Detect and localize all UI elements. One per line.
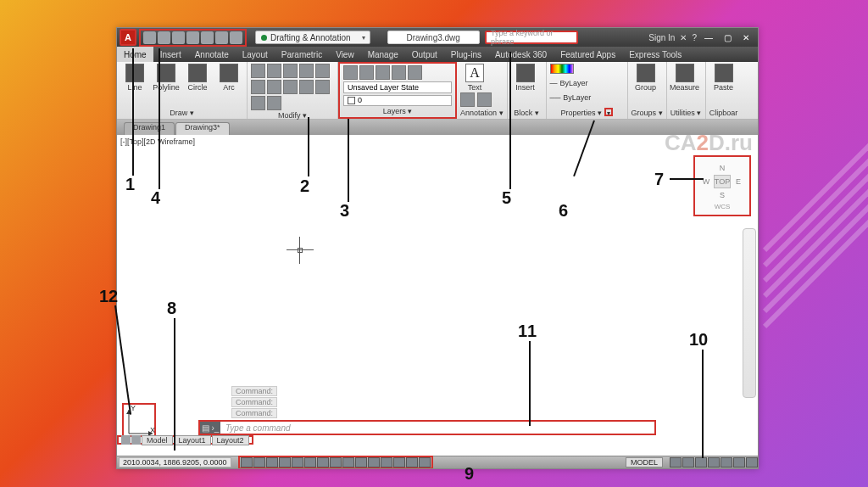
tool-copy[interactable]	[315, 64, 330, 78]
panel-draw-title[interactable]: Draw ▾	[120, 109, 243, 117]
tab-plugins[interactable]: Plug-ins	[444, 47, 488, 62]
tool-fillet[interactable]	[267, 80, 281, 94]
tool-circle[interactable]: Circle	[183, 64, 212, 92]
tab-express[interactable]: Express Tools	[622, 47, 688, 62]
toggle-snap[interactable]	[253, 457, 265, 467]
layer-state-dropdown[interactable]: Unsaved Layer State	[343, 81, 452, 93]
toggle-grid2[interactable]	[670, 457, 682, 467]
toggle-tpy[interactable]	[381, 457, 392, 467]
toggle-3dosnap[interactable]	[317, 457, 329, 467]
layer-freeze-icon[interactable]	[376, 65, 390, 80]
qat-saveas-icon[interactable]	[186, 31, 199, 44]
layer-current-dropdown[interactable]: 0	[343, 95, 452, 107]
tab-featured[interactable]: Featured Apps	[554, 47, 622, 62]
tool-arc[interactable]: Arc	[214, 64, 243, 92]
toggle-ws[interactable]	[708, 457, 720, 467]
toggle-dyn[interactable]	[355, 457, 367, 467]
qat-save-icon[interactable]	[172, 31, 185, 44]
toggle-otrack[interactable]	[330, 457, 342, 467]
tool-rotate[interactable]	[267, 64, 281, 78]
tool-move[interactable]	[251, 64, 265, 78]
toggle-ortho[interactable]	[279, 457, 291, 467]
tool-table[interactable]	[477, 92, 492, 107]
commandline-input[interactable]: Type a command	[220, 423, 291, 433]
qat-new-icon[interactable]	[143, 31, 156, 44]
tool-dim[interactable]	[460, 92, 475, 107]
viewcube-wcs[interactable]: WCS	[715, 203, 731, 210]
command-line[interactable]: ▤ ›_ Type a command	[198, 420, 656, 435]
toggle-clean[interactable]	[746, 457, 758, 467]
panel-utilities-title[interactable]: Utilities ▾	[670, 109, 702, 117]
panel-annotation-title[interactable]: Annotation ▾	[460, 109, 504, 117]
exchange-icon[interactable]: ✕	[680, 33, 687, 42]
toggle-annoscale[interactable]	[682, 457, 694, 467]
toggle-annovis[interactable]	[695, 457, 707, 467]
layouttab-2[interactable]: Layout2	[212, 435, 249, 445]
panel-clipboard-title[interactable]: Clipboar	[709, 109, 738, 117]
tool-erase[interactable]	[299, 64, 314, 78]
layer-lock-icon[interactable]	[392, 65, 406, 80]
toggle-hw[interactable]	[721, 457, 732, 467]
tool-offset[interactable]	[267, 96, 281, 110]
tool-array[interactable]	[251, 96, 265, 110]
quick-access-toolbar[interactable]	[139, 29, 247, 47]
layouttab-scroll-right[interactable]	[131, 435, 141, 445]
linetype-dd[interactable]: ByLayer	[563, 93, 591, 102]
toggle-qp[interactable]	[393, 457, 405, 467]
tab-parametric[interactable]: Parametric	[275, 47, 329, 62]
panel-groups-title[interactable]: Groups ▾	[632, 109, 663, 117]
modelspace-button[interactable]: MODEL	[626, 457, 663, 467]
info-search-input[interactable]: Type a keyword or phrase	[485, 31, 578, 44]
panel-properties-title[interactable]: Properties ▾ ▾	[550, 108, 624, 117]
file-tab-drawing3[interactable]: Drawing3*	[175, 122, 230, 135]
tool-polyline[interactable]: Polyline	[152, 64, 181, 92]
tool-scale[interactable]	[315, 80, 330, 94]
toggle-ducs[interactable]	[342, 457, 354, 467]
panel-layers-title[interactable]: Layers ▾	[343, 107, 452, 115]
tool-stretch[interactable]	[299, 80, 314, 94]
drawing-canvas[interactable]: [-][Top][2D Wireframe] CA2D.ru N WTOPE S…	[117, 135, 758, 456]
layouttab-model[interactable]: Model	[142, 435, 173, 445]
minimize-icon[interactable]: —	[702, 33, 715, 42]
layouttab-1[interactable]: Layout1	[174, 435, 211, 445]
help-icon[interactable]: ?	[692, 33, 697, 42]
tab-home[interactable]: Home	[117, 47, 153, 62]
tab-annotate[interactable]: Annotate	[188, 47, 236, 62]
app-menu-icon[interactable]: A	[120, 29, 136, 46]
toggle-osnap[interactable]	[304, 457, 316, 467]
tool-trim[interactable]	[283, 64, 298, 78]
lineweight-dd[interactable]: ByLayer	[560, 79, 588, 87]
toggle-grid[interactable]	[266, 457, 278, 467]
tool-explode[interactable]	[283, 80, 298, 94]
qat-open-icon[interactable]	[158, 31, 170, 44]
workspace-dropdown[interactable]: Drafting & Annotation	[255, 31, 370, 44]
tab-layout[interactable]: Layout	[236, 47, 275, 62]
tool-paste[interactable]: Paste	[709, 64, 738, 92]
panel-modify-title[interactable]: Modify ▾	[251, 111, 334, 120]
maximize-icon[interactable]: ▢	[721, 33, 734, 42]
tab-manage[interactable]: Manage	[361, 47, 405, 62]
qat-plot-icon[interactable]	[201, 31, 214, 44]
navigation-bar[interactable]	[743, 228, 756, 398]
properties-dialog-launcher[interactable]: ▾	[604, 108, 613, 116]
layer-off-icon[interactable]	[359, 65, 374, 80]
qat-undo-icon[interactable]	[215, 31, 228, 44]
layer-prop-icon[interactable]	[343, 65, 358, 80]
tab-insert[interactable]: Insert	[153, 47, 188, 62]
qat-redo-icon[interactable]	[230, 31, 242, 44]
coordinate-display[interactable]: 2010.0034, 1886.9205, 0.0000	[119, 457, 231, 467]
layouttab-scroll-left[interactable]	[121, 435, 131, 445]
toggle-polar[interactable]	[292, 457, 303, 467]
view-cube[interactable]: N WTOPE S WCS	[693, 155, 751, 216]
layer-more-icon[interactable]	[408, 65, 422, 80]
tool-text[interactable]: AText	[460, 64, 489, 92]
toggle-infer[interactable]	[241, 457, 253, 467]
color-swatch[interactable]	[550, 64, 574, 74]
signin-button[interactable]: Sign In	[648, 33, 675, 42]
tab-output[interactable]: Output	[405, 47, 444, 62]
tool-mirror[interactable]	[251, 80, 265, 94]
tool-measure[interactable]: Measure	[670, 64, 699, 92]
close-icon[interactable]: ✕	[739, 33, 753, 42]
commandline-handle-icon[interactable]: ▤ ›_	[200, 422, 220, 434]
toggle-am[interactable]	[419, 457, 431, 467]
